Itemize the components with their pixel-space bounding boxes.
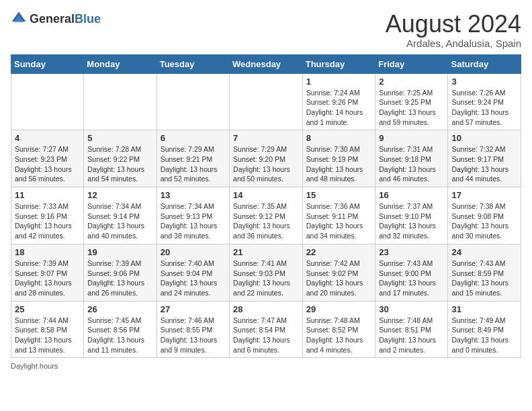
calendar-cell: 30Sunrise: 7:48 AMSunset: 8:51 PMDayligh… [375,301,448,358]
day-number: 25 [15,304,80,314]
calendar-cell [84,73,157,130]
logo-icon [11,11,27,27]
day-info: Sunrise: 7:40 AMSunset: 9:04 PMDaylight:… [161,259,226,298]
column-header-wednesday: Wednesday [230,54,303,73]
day-info: Sunrise: 7:39 AMSunset: 9:06 PMDaylight:… [87,259,152,298]
day-info: Sunrise: 7:29 AMSunset: 9:20 PMDaylight:… [233,144,299,184]
day-info: Sunrise: 7:48 AMSunset: 8:52 PMDaylight:… [306,316,371,355]
calendar-cell: 12Sunrise: 7:34 AMSunset: 9:14 PMDayligh… [84,187,157,244]
calendar-cell: 18Sunrise: 7:39 AMSunset: 9:07 PMDayligh… [11,244,84,301]
day-number: 26 [87,304,152,314]
logo-general: General [30,12,75,26]
day-number: 9 [379,133,444,143]
day-number: 15 [306,190,371,200]
calendar-cell: 23Sunrise: 7:43 AMSunset: 9:00 PMDayligh… [375,244,448,301]
day-info: Sunrise: 7:35 AMSunset: 9:12 PMDaylight:… [233,201,299,241]
day-info: Sunrise: 7:28 AMSunset: 9:22 PMDaylight:… [87,144,152,184]
day-info: Sunrise: 7:41 AMSunset: 9:03 PMDaylight:… [233,259,299,298]
calendar-cell: 27Sunrise: 7:46 AMSunset: 8:55 PMDayligh… [157,301,229,358]
calendar-week-1: 1Sunrise: 7:24 AMSunset: 9:26 PMDaylight… [11,73,521,130]
calendar-cell: 25Sunrise: 7:44 AMSunset: 8:58 PMDayligh… [11,301,84,358]
calendar-cell: 8Sunrise: 7:30 AMSunset: 9:19 PMDaylight… [302,130,375,187]
calendar-cell: 15Sunrise: 7:36 AMSunset: 9:11 PMDayligh… [302,187,375,244]
day-info: Sunrise: 7:47 AMSunset: 8:54 PMDaylight:… [233,316,299,355]
day-info: Sunrise: 7:43 AMSunset: 8:59 PMDaylight:… [451,259,517,298]
calendar-week-3: 11Sunrise: 7:33 AMSunset: 9:16 PMDayligh… [11,187,521,244]
calendar-cell: 6Sunrise: 7:29 AMSunset: 9:21 PMDaylight… [157,130,229,187]
calendar-cell: 13Sunrise: 7:34 AMSunset: 9:13 PMDayligh… [157,187,229,244]
column-header-saturday: Saturday [448,54,521,73]
calendar-cell: 2Sunrise: 7:25 AMSunset: 9:25 PMDaylight… [375,73,448,130]
calendar-cell: 19Sunrise: 7:39 AMSunset: 9:06 PMDayligh… [84,244,157,301]
calendar-cell [157,73,229,130]
page-header: GeneralBlue August 2024 Ardales, Andalus… [11,11,521,49]
calendar-cell [11,73,84,130]
day-number: 6 [161,133,226,143]
day-info: Sunrise: 7:49 AMSunset: 8:49 PMDaylight:… [451,316,517,355]
calendar-cell: 21Sunrise: 7:41 AMSunset: 9:03 PMDayligh… [230,244,303,301]
day-info: Sunrise: 7:25 AMSunset: 9:25 PMDaylight:… [379,88,444,128]
logo: GeneralBlue [11,11,101,27]
day-number: 24 [451,247,517,257]
day-number: 10 [451,133,517,143]
day-info: Sunrise: 7:37 AMSunset: 9:10 PMDaylight:… [379,201,444,241]
day-number: 1 [306,77,371,87]
day-info: Sunrise: 7:33 AMSunset: 9:16 PMDaylight:… [15,201,80,241]
calendar-cell: 29Sunrise: 7:48 AMSunset: 8:52 PMDayligh… [302,301,375,358]
day-number: 19 [87,247,152,257]
page-subtitle: Ardales, Andalusia, Spain [386,38,521,49]
day-info: Sunrise: 7:38 AMSunset: 9:08 PMDaylight:… [451,201,517,241]
day-info: Sunrise: 7:46 AMSunset: 8:55 PMDaylight:… [161,316,226,355]
day-number: 3 [451,77,517,87]
calendar-cell: 24Sunrise: 7:43 AMSunset: 8:59 PMDayligh… [448,244,521,301]
day-number: 13 [161,190,226,200]
day-info: Sunrise: 7:29 AMSunset: 9:21 PMDaylight:… [161,144,226,184]
day-number: 2 [379,77,444,87]
calendar-cell: 3Sunrise: 7:26 AMSunset: 9:24 PMDaylight… [448,73,521,130]
day-number: 31 [451,304,517,314]
day-info: Sunrise: 7:30 AMSunset: 9:19 PMDaylight:… [306,144,371,184]
calendar-table: SundayMondayTuesdayWednesdayThursdayFrid… [11,54,521,359]
day-number: 18 [15,247,80,257]
column-header-sunday: Sunday [11,54,84,73]
day-info: Sunrise: 7:45 AMSunset: 8:56 PMDaylight:… [87,316,152,355]
day-number: 28 [233,304,299,314]
day-info: Sunrise: 7:39 AMSunset: 9:07 PMDaylight:… [15,259,80,298]
calendar-cell: 7Sunrise: 7:29 AMSunset: 9:20 PMDaylight… [230,130,303,187]
title-block: August 2024 Ardales, Andalusia, Spain [386,11,521,49]
calendar-cell: 16Sunrise: 7:37 AMSunset: 9:10 PMDayligh… [375,187,448,244]
day-info: Sunrise: 7:27 AMSunset: 9:23 PMDaylight:… [15,144,80,184]
day-number: 16 [379,190,444,200]
day-number: 20 [161,247,226,257]
calendar-cell: 14Sunrise: 7:35 AMSunset: 9:12 PMDayligh… [230,187,303,244]
day-number: 29 [306,304,371,314]
calendar-cell: 20Sunrise: 7:40 AMSunset: 9:04 PMDayligh… [157,244,229,301]
day-number: 11 [15,190,80,200]
calendar-cell: 10Sunrise: 7:32 AMSunset: 9:17 PMDayligh… [448,130,521,187]
calendar-cell: 11Sunrise: 7:33 AMSunset: 9:16 PMDayligh… [11,187,84,244]
day-number: 7 [233,133,299,143]
column-header-tuesday: Tuesday [157,54,229,73]
header-row: SundayMondayTuesdayWednesdayThursdayFrid… [11,54,521,73]
calendar-body: 1Sunrise: 7:24 AMSunset: 9:26 PMDaylight… [11,73,521,358]
day-number: 5 [87,133,152,143]
calendar-header: SundayMondayTuesdayWednesdayThursdayFrid… [11,54,521,73]
calendar-cell: 1Sunrise: 7:24 AMSunset: 9:26 PMDaylight… [302,73,375,130]
page-title: August 2024 [386,11,521,38]
calendar-cell: 5Sunrise: 7:28 AMSunset: 9:22 PMDaylight… [84,130,157,187]
logo-blue: Blue [75,12,101,26]
day-info: Sunrise: 7:44 AMSunset: 8:58 PMDaylight:… [15,316,80,355]
day-number: 30 [379,304,444,314]
calendar-cell: 22Sunrise: 7:42 AMSunset: 9:02 PMDayligh… [302,244,375,301]
calendar-week-2: 4Sunrise: 7:27 AMSunset: 9:23 PMDaylight… [11,130,521,187]
day-number: 23 [379,247,444,257]
calendar-cell: 9Sunrise: 7:31 AMSunset: 9:18 PMDaylight… [375,130,448,187]
day-number: 21 [233,247,299,257]
day-number: 8 [306,133,371,143]
day-info: Sunrise: 7:34 AMSunset: 9:13 PMDaylight:… [161,201,226,241]
day-number: 27 [161,304,226,314]
calendar-cell: 26Sunrise: 7:45 AMSunset: 8:56 PMDayligh… [84,301,157,358]
calendar-week-5: 25Sunrise: 7:44 AMSunset: 8:58 PMDayligh… [11,301,521,358]
day-info: Sunrise: 7:32 AMSunset: 9:17 PMDaylight:… [451,144,517,184]
day-number: 12 [87,190,152,200]
